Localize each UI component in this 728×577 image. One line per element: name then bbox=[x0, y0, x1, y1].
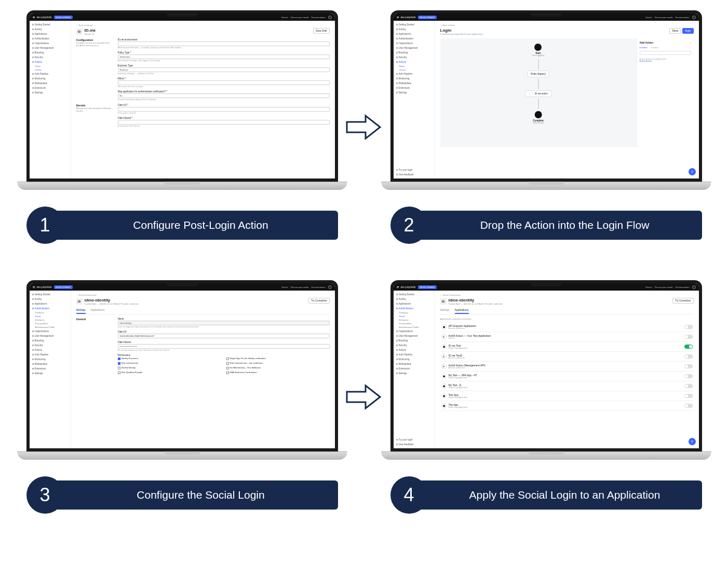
app-enable-toggle[interactable] bbox=[684, 364, 693, 368]
sidebar-item-activity[interactable]: Activity bbox=[395, 28, 433, 31]
sidebar-item-applications[interactable]: Applications bbox=[395, 32, 433, 36]
endorser-select[interactable]: Endorser bbox=[118, 67, 330, 72]
nav-discuss[interactable]: Discuss your needs bbox=[655, 16, 673, 19]
nav-docs[interactable]: Documentation bbox=[312, 286, 326, 288]
sidebar-feedback[interactable]: Give feedback bbox=[395, 173, 433, 176]
help-icon[interactable]: ? bbox=[692, 285, 696, 289]
skip-select[interactable]: No bbox=[118, 93, 330, 98]
clientsecret-input[interactable]: •••••••••••••••••••••••• bbox=[118, 344, 330, 349]
sidebar-sub-passwordless[interactable]: Passwordless bbox=[395, 322, 433, 325]
permission-checkbox[interactable]: Role Qualified Provider bbox=[118, 371, 221, 374]
sidebar-feedback[interactable]: Give feedback bbox=[395, 443, 433, 446]
checkbox-icon[interactable] bbox=[118, 362, 120, 365]
breadcrumb[interactable]: ← Back to Library bbox=[76, 24, 330, 26]
sidebar-item-actions[interactable]: Actions bbox=[395, 60, 433, 64]
sidebar-item-security[interactable]: Security bbox=[395, 344, 433, 347]
sidebar-item-user-management[interactable]: User Management bbox=[395, 46, 433, 50]
nav-search[interactable]: Search bbox=[645, 16, 652, 19]
nav-docs[interactable]: Documentation bbox=[312, 16, 326, 19]
app-enable-toggle[interactable] bbox=[684, 384, 693, 388]
sidebar-sub-flows[interactable]: Flows bbox=[31, 65, 69, 67]
sidebar-item-getting-started[interactable]: Getting Started bbox=[395, 293, 433, 296]
checkbox-icon[interactable] bbox=[226, 372, 229, 374]
sidebar-item-user-management[interactable]: User Management bbox=[31, 334, 69, 338]
sidebar-item-authentication[interactable]: Authentication bbox=[395, 307, 433, 310]
help-icon[interactable]: ? bbox=[328, 285, 332, 289]
sidebar-item-auth-pipeline[interactable]: Auth Pipeline bbox=[31, 353, 69, 356]
sidebar-item-settings[interactable]: Settings bbox=[31, 372, 69, 375]
tab-settings[interactable]: Settings bbox=[76, 308, 86, 314]
checkbox-icon[interactable] bbox=[226, 358, 229, 360]
sidebar-item-auth-pipeline[interactable]: Auth Pipeline bbox=[395, 72, 433, 76]
sidebar-item-monitoring[interactable]: Monitoring bbox=[31, 358, 69, 361]
sidebar-item-getting-started[interactable]: Getting Started bbox=[31, 293, 69, 296]
flow-node-idme[interactable]: ⋮⋮ID.me action bbox=[525, 90, 551, 97]
sidebar-item-monitoring[interactable]: Monitoring bbox=[395, 77, 433, 80]
secret-clientid-input[interactable] bbox=[118, 107, 330, 112]
nav-discuss[interactable]: Discuss your needs bbox=[291, 16, 309, 19]
permission-checkbox[interactable]: Identity Document bbox=[118, 357, 221, 360]
sidebar-item-extensions[interactable]: Extensions bbox=[31, 367, 69, 370]
app-enable-toggle[interactable] bbox=[684, 325, 693, 329]
app-enable-toggle[interactable] bbox=[684, 354, 693, 359]
sidebar-item-organizations[interactable]: Organizations bbox=[395, 42, 433, 45]
sidebar-item-organizations[interactable]: Organizations bbox=[31, 329, 69, 333]
sidebar-item-branding[interactable]: Branding bbox=[31, 339, 69, 342]
tab-applications[interactable]: Applications bbox=[91, 308, 105, 314]
permission-checkbox[interactable]: Single Sign On (for Identity verificatio… bbox=[226, 357, 330, 360]
sidebar-sub-social[interactable]: Social bbox=[395, 315, 433, 318]
nav-discuss[interactable]: Discuss your needs bbox=[291, 286, 309, 288]
checkbox-icon[interactable] bbox=[118, 372, 120, 374]
sidebar-item-auth-pipeline[interactable]: Auth Pipeline bbox=[31, 72, 69, 76]
sidebar-sub-database[interactable]: Database bbox=[31, 311, 69, 314]
sidebar-item-actions[interactable]: Actions bbox=[31, 60, 69, 64]
permission-checkbox[interactable]: Role endorsement bbox=[118, 362, 221, 365]
sidebar-sub-passwordless[interactable]: Passwordless bbox=[31, 322, 69, 325]
sidebar-item-monitoring[interactable]: Monitoring bbox=[395, 358, 433, 361]
sidebar-sub-enterprise[interactable]: Enterprise bbox=[31, 319, 69, 321]
help-icon[interactable]: ? bbox=[692, 16, 696, 19]
breadcrumb[interactable]: ← Social Connections bbox=[440, 294, 694, 296]
sidebar-sub-auth-profile[interactable]: Authentication Profile bbox=[395, 326, 433, 328]
sidebar-item-branding[interactable]: Branding bbox=[31, 51, 69, 54]
app-enable-toggle[interactable] bbox=[684, 404, 693, 408]
reset-button[interactable]: Reset bbox=[669, 28, 681, 34]
checkbox-icon[interactable] bbox=[118, 367, 120, 369]
sidebar-item-getting-started[interactable]: Getting Started bbox=[31, 23, 69, 26]
sidebar-item-authentication[interactable]: Authentication bbox=[31, 37, 69, 40]
app-enable-toggle[interactable] bbox=[684, 345, 693, 349]
permission-checkbox[interactable]: Role endorsement + role verification bbox=[226, 362, 330, 365]
sidebar-item-extensions[interactable]: Extensions bbox=[31, 86, 69, 90]
flow-node-rules[interactable]: Rules (legacy) bbox=[527, 71, 549, 77]
checkbox-icon[interactable] bbox=[118, 358, 120, 360]
permission-checkbox[interactable]: KBA Verification Confirmation bbox=[226, 371, 330, 374]
permission-checkbox[interactable]: Verified Identity bbox=[118, 366, 221, 369]
checkbox-icon[interactable] bbox=[226, 362, 229, 365]
panel-search-input[interactable] bbox=[640, 51, 691, 55]
sidebar-try-login[interactable]: Try your login bbox=[395, 438, 433, 442]
sidebar-item-organizations[interactable]: Organizations bbox=[395, 329, 433, 333]
secret-clientsecret-input[interactable] bbox=[118, 120, 330, 125]
sidebar-item-activity[interactable]: Activity bbox=[31, 297, 69, 301]
sidebar-item-marketplace[interactable]: Marketplace bbox=[31, 81, 69, 85]
panel-close-icon[interactable]: › bbox=[690, 41, 691, 46]
permission-checkbox[interactable]: For Membership – One Validation bbox=[226, 366, 330, 369]
breadcrumb[interactable]: ← Back to flows bbox=[440, 24, 694, 26]
policy-type-select[interactable]: Verification bbox=[118, 54, 330, 59]
nav-search[interactable]: Search bbox=[645, 286, 652, 288]
env-input[interactable] bbox=[118, 42, 330, 46]
sidebar-sub-enterprise[interactable]: Enterprise bbox=[395, 319, 433, 321]
sidebar-try-login[interactable]: Try your login bbox=[395, 168, 433, 172]
sidebar-item-marketplace[interactable]: Marketplace bbox=[31, 362, 69, 366]
help-fab-icon[interactable]: ? bbox=[689, 438, 696, 445]
breadcrumb[interactable]: ← Social Connections bbox=[76, 294, 330, 296]
help-icon[interactable]: ? bbox=[328, 16, 332, 19]
whom-input[interactable] bbox=[118, 80, 330, 85]
panel-tab-installed[interactable]: Installed bbox=[640, 46, 648, 49]
sidebar-item-settings[interactable]: Settings bbox=[395, 372, 433, 375]
app-enable-toggle[interactable] bbox=[684, 374, 693, 378]
app-enable-toggle[interactable] bbox=[684, 394, 693, 398]
nav-docs[interactable]: Documentation bbox=[676, 286, 690, 288]
try-connection-button[interactable]: Try Connection bbox=[672, 298, 693, 304]
sidebar-item-monitoring[interactable]: Monitoring bbox=[31, 77, 69, 80]
